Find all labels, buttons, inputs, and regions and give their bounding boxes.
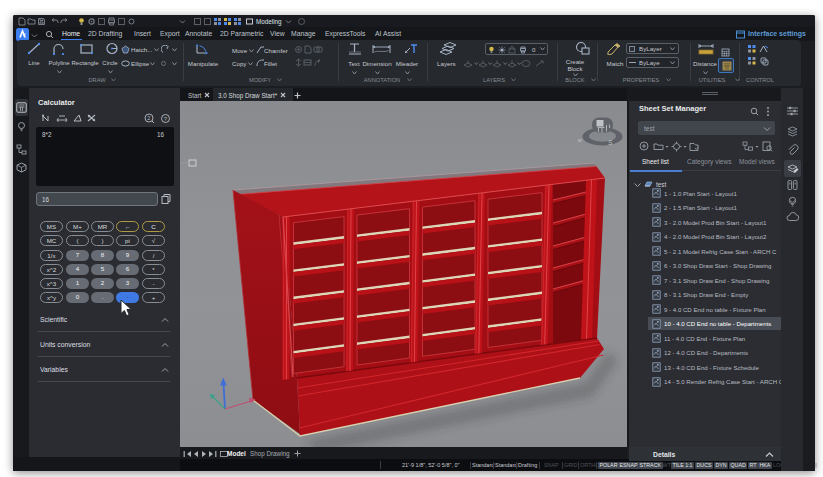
svg-text:2: 2 — [147, 115, 150, 121]
svg-text:S: S — [608, 139, 613, 146]
svg-text:?: ? — [164, 116, 168, 122]
svg-text:w: w — [578, 137, 582, 143]
